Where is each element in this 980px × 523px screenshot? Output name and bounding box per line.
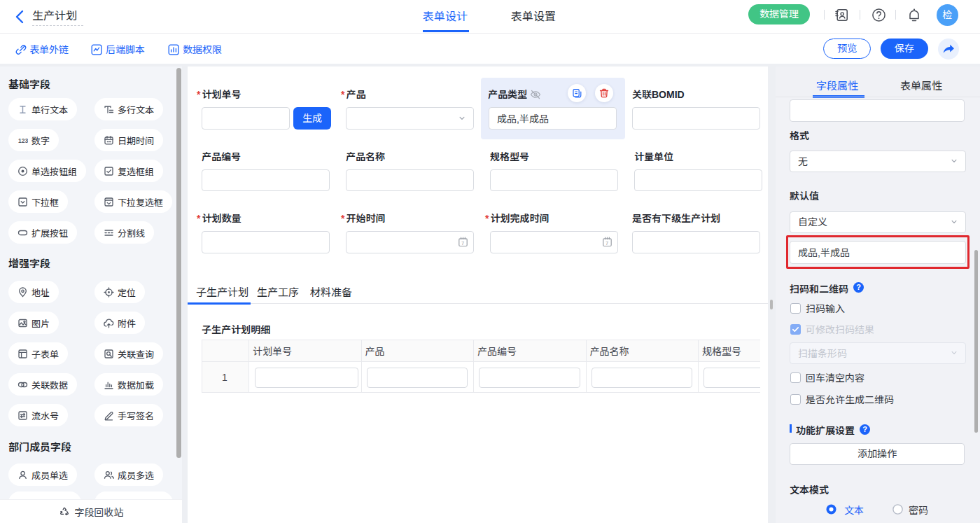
- svg-text:123: 123: [18, 137, 28, 144]
- svg-text:7: 7: [461, 240, 464, 246]
- svg-text:7: 7: [606, 240, 608, 246]
